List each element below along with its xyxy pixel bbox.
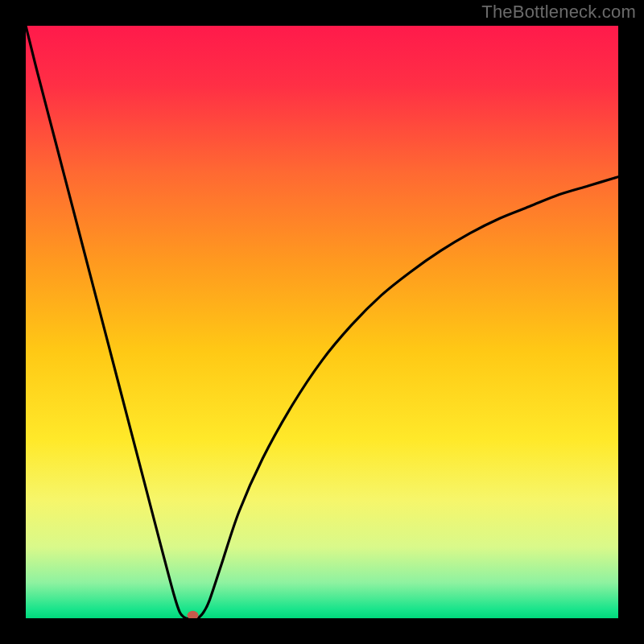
watermark-text: TheBottleneck.com bbox=[481, 2, 636, 23]
gradient-background bbox=[26, 26, 618, 618]
chart-svg bbox=[26, 26, 618, 618]
chart-frame: TheBottleneck.com bbox=[0, 0, 644, 644]
plot-area bbox=[26, 26, 618, 618]
